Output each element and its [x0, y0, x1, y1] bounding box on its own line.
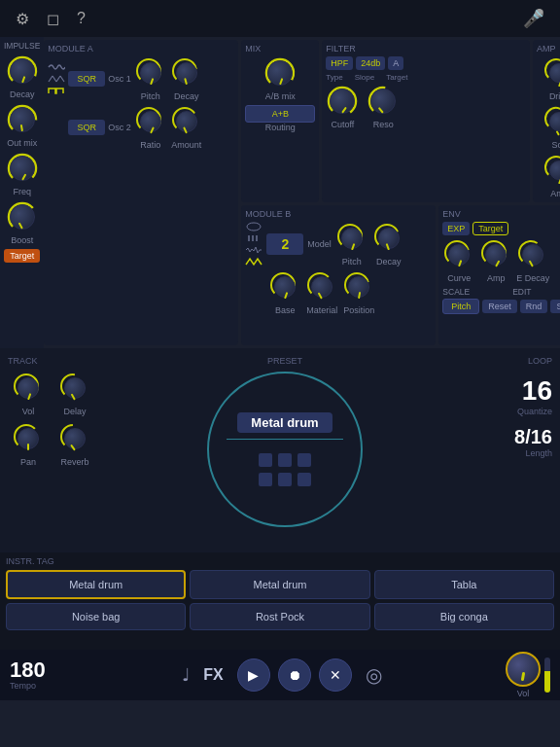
instrument-item-3[interactable]: Noise bag — [6, 603, 186, 630]
base-knob-group: Base — [268, 270, 301, 315]
preset-grid-dots — [259, 453, 311, 486]
reset-button[interactable]: Reset — [482, 300, 517, 313]
soft-knob[interactable] — [542, 105, 560, 138]
env-curve-label: Curve — [447, 273, 471, 283]
instrument-item-1[interactable]: Metal drum — [190, 570, 369, 599]
mic-icon[interactable]: 🎤 — [523, 8, 544, 29]
module-b-header: MODULE B — [245, 209, 432, 219]
svg-point-18 — [247, 223, 261, 231]
instrument-item-5[interactable]: Big conga — [374, 603, 554, 630]
material-knob[interactable] — [305, 270, 338, 303]
fx-label[interactable]: FX — [203, 666, 223, 684]
square-wave-icon[interactable] — [48, 86, 65, 95]
mix-header: MIX — [245, 44, 315, 53]
boost-knob[interactable] — [6, 200, 39, 233]
filter-hpf-button[interactable]: HPF — [326, 56, 353, 70]
amp-panel: AMP Drive — [533, 40, 560, 202]
multi-wave-icon[interactable] — [48, 74, 65, 84]
osc2-row: SQR Osc 2 Ratio — [48, 105, 234, 150]
grid-dot-5 — [278, 473, 292, 486]
module-b-model-button[interactable]: 2 — [266, 233, 303, 255]
sine-wave-icon[interactable] — [48, 62, 65, 72]
instrument-item-0[interactable]: Metal drum — [6, 570, 186, 599]
instrument-item-4[interactable]: Rost Pock — [190, 603, 369, 630]
help-icon[interactable]: ? — [77, 10, 86, 27]
drive-knob[interactable] — [542, 56, 560, 89]
delay-label: Delay — [63, 407, 86, 416]
preset-circle[interactable]: Metal drum — [207, 372, 363, 527]
impulse-target-button[interactable]: Target — [4, 249, 40, 263]
tempo-label: Tempo — [10, 681, 36, 691]
filter-slope-label: Slope — [355, 73, 374, 82]
b-tri-icon[interactable] — [245, 257, 262, 267]
boost-knob-group: Boost — [6, 200, 39, 245]
scale-edit-section: SCALE EDIT Pitch Reset Rnd Save — [442, 287, 560, 314]
vol-knob-control[interactable] — [506, 652, 541, 687]
outmix-label: Out mix — [7, 138, 37, 148]
b-sine-icon[interactable] — [245, 222, 262, 231]
env-curve-button[interactable]: EXP — [442, 222, 470, 235]
bottom-bar: 180 Tempo ♩ FX ▶ ⏺ ✕ ◎ Vol — [0, 650, 560, 700]
scale-label: SCALE — [442, 287, 470, 297]
delay-knob[interactable] — [58, 372, 91, 405]
module-b-decay-knob-control[interactable] — [372, 222, 405, 255]
rnd-button[interactable]: Rnd — [520, 300, 548, 313]
instrument-item-2[interactable]: Tabla — [374, 570, 554, 599]
module-a-panel: MODULE A SQR Osc 1 — [44, 40, 238, 345]
save-button[interactable]: Save — [550, 300, 560, 313]
vol-slider[interactable] — [544, 658, 550, 693]
play-button[interactable]: ▶ — [237, 658, 270, 692]
routing-button[interactable]: A+B — [245, 105, 315, 123]
module-b-row2: Base Material — [245, 270, 432, 315]
record-button[interactable]: ⏺ — [278, 658, 311, 692]
env-amp-label: Amp — [487, 273, 506, 283]
file-icon[interactable]: ◻ — [47, 10, 59, 28]
loop-length-value[interactable]: 8/16 — [514, 426, 552, 448]
scale-pitch-button[interactable]: Pitch — [442, 299, 479, 314]
soft-label: Soft — [551, 140, 560, 150]
env-curve-knob-control[interactable] — [442, 238, 475, 271]
osc2-amount-knob-control[interactable] — [170, 105, 203, 138]
filter-slope-button[interactable]: 24db — [356, 56, 385, 70]
decay-knob[interactable] — [6, 54, 39, 88]
track-panel: TRACK Vol Delay — [8, 356, 95, 545]
osc1-wave-button[interactable]: SQR — [68, 71, 105, 87]
osc2-ratio-knob-control[interactable] — [134, 105, 167, 138]
target-ring-icon[interactable]: ◎ — [366, 663, 382, 687]
impulse-panel: IMPULSE Decay Out mix Freq — [0, 37, 44, 348]
preset-name[interactable]: Metal drum — [237, 412, 332, 433]
module-b-decay-label: Decay — [376, 257, 402, 267]
osc2-wave-button[interactable]: SQR — [68, 120, 105, 135]
pan-knob[interactable] — [12, 422, 45, 455]
stop-button[interactable]: ✕ — [319, 658, 352, 692]
instrument-grid: Metal drum Metal drum Tabla Noise bag Ro… — [6, 570, 554, 630]
osc1-pitch-knob-control[interactable] — [134, 56, 167, 89]
metronome-icon[interactable]: ♩ — [182, 664, 190, 686]
env-edecay-knob-control[interactable] — [516, 238, 549, 271]
tempo-value[interactable]: 180 — [10, 659, 46, 681]
position-knob[interactable] — [342, 270, 375, 303]
module-b-wave-icons — [245, 222, 262, 267]
abmix-knob[interactable] — [263, 56, 297, 89]
amp-knob-control[interactable] — [542, 154, 560, 187]
b-bar-icon[interactable] — [245, 233, 262, 243]
env-amp-knob-control[interactable] — [479, 238, 512, 271]
module-b-pitch-knob-control[interactable] — [335, 222, 368, 255]
loop-panel: LOOP 16 Quantize 8/16 Length — [474, 356, 552, 545]
b-noise-icon[interactable] — [245, 245, 262, 255]
gear-icon[interactable]: ⚙ — [16, 10, 29, 28]
freq-knob[interactable] — [6, 152, 39, 185]
osc1-row: SQR Osc 1 Pitch — [48, 56, 234, 101]
filter-target-button[interactable]: A — [388, 56, 403, 70]
env-target-button[interactable]: Target — [472, 222, 508, 235]
synth-section: IMPULSE Decay Out mix Freq — [0, 37, 560, 348]
reso-knob[interactable] — [367, 85, 400, 118]
base-knob[interactable] — [268, 270, 301, 303]
freq-label: Freq — [13, 187, 31, 196]
osc1-decay-knob-control[interactable] — [170, 56, 203, 89]
outmix-knob[interactable] — [6, 103, 39, 136]
loop-quantize-value[interactable]: 16 — [522, 375, 552, 407]
cutoff-knob[interactable] — [326, 85, 359, 118]
reverb-knob[interactable] — [58, 422, 91, 455]
vol-knob-track[interactable] — [12, 372, 45, 405]
